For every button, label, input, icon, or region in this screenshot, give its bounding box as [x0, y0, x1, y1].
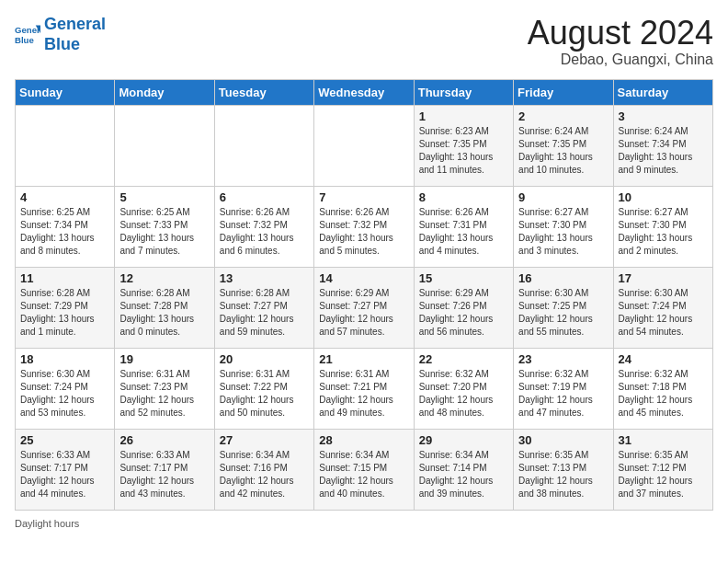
footer: Daylight hours — [15, 518, 713, 529]
day-number: 15 — [419, 271, 508, 285]
day-number: 19 — [119, 352, 209, 366]
calendar-cell: 22Sunrise: 6:32 AM Sunset: 7:20 PM Dayli… — [414, 348, 513, 429]
day-number: 17 — [619, 271, 708, 285]
calendar-cell: 19Sunrise: 6:31 AM Sunset: 7:23 PM Dayli… — [115, 348, 214, 429]
calendar-week-1: 1Sunrise: 6:23 AM Sunset: 7:35 PM Daylig… — [16, 105, 713, 186]
day-number: 30 — [518, 433, 608, 447]
day-info: Sunrise: 6:30 AM Sunset: 7:25 PM Dayligh… — [518, 287, 608, 339]
calendar-cell: 17Sunrise: 6:30 AM Sunset: 7:24 PM Dayli… — [613, 267, 712, 348]
calendar-cell: 23Sunrise: 6:32 AM Sunset: 7:19 PM Dayli… — [514, 348, 613, 429]
calendar-week-2: 4Sunrise: 6:25 AM Sunset: 7:34 PM Daylig… — [16, 186, 713, 267]
day-info: Sunrise: 6:31 AM Sunset: 7:23 PM Dayligh… — [119, 368, 209, 419]
day-info: Sunrise: 6:31 AM Sunset: 7:22 PM Dayligh… — [220, 368, 309, 419]
month-year: August 2024 — [528, 15, 713, 52]
day-info: Sunrise: 6:32 AM Sunset: 7:20 PM Dayligh… — [419, 368, 508, 419]
daylight-label: Daylight hours — [15, 518, 79, 529]
day-info: Sunrise: 6:32 AM Sunset: 7:19 PM Dayligh… — [518, 368, 608, 419]
svg-text:Blue: Blue — [15, 34, 34, 44]
calendar-week-5: 25Sunrise: 6:33 AM Sunset: 7:17 PM Dayli… — [16, 429, 713, 510]
calendar-cell: 1Sunrise: 6:23 AM Sunset: 7:35 PM Daylig… — [414, 105, 513, 186]
calendar-cell: 5Sunrise: 6:25 AM Sunset: 7:33 PM Daylig… — [115, 186, 214, 267]
day-number: 18 — [20, 352, 109, 366]
day-number: 22 — [419, 352, 508, 366]
calendar-cell: 24Sunrise: 6:32 AM Sunset: 7:18 PM Dayli… — [613, 348, 712, 429]
day-number: 10 — [619, 190, 708, 204]
day-number: 6 — [220, 190, 309, 204]
day-info: Sunrise: 6:33 AM Sunset: 7:17 PM Dayligh… — [119, 449, 209, 500]
calendar-cell: 28Sunrise: 6:34 AM Sunset: 7:15 PM Dayli… — [314, 429, 414, 510]
day-info: Sunrise: 6:28 AM Sunset: 7:27 PM Dayligh… — [220, 287, 309, 339]
calendar-cell: 8Sunrise: 6:26 AM Sunset: 7:31 PM Daylig… — [414, 186, 513, 267]
calendar-cell — [314, 105, 414, 186]
day-info: Sunrise: 6:35 AM Sunset: 7:12 PM Dayligh… — [619, 449, 708, 500]
day-info: Sunrise: 6:31 AM Sunset: 7:21 PM Dayligh… — [319, 368, 408, 419]
day-info: Sunrise: 6:26 AM Sunset: 7:32 PM Dayligh… — [220, 206, 309, 258]
day-number: 25 — [20, 433, 109, 447]
day-number: 12 — [119, 271, 209, 285]
calendar-cell: 7Sunrise: 6:26 AM Sunset: 7:32 PM Daylig… — [314, 186, 414, 267]
calendar-cell: 9Sunrise: 6:27 AM Sunset: 7:30 PM Daylig… — [514, 186, 613, 267]
calendar-cell: 31Sunrise: 6:35 AM Sunset: 7:12 PM Dayli… — [613, 429, 712, 510]
calendar-cell: 26Sunrise: 6:33 AM Sunset: 7:17 PM Dayli… — [115, 429, 214, 510]
calendar-cell: 25Sunrise: 6:33 AM Sunset: 7:17 PM Dayli… — [16, 429, 115, 510]
day-header-thursday: Thursday — [414, 79, 513, 105]
day-info: Sunrise: 6:34 AM Sunset: 7:14 PM Dayligh… — [419, 449, 508, 500]
location: Debao, Guangxi, China — [528, 52, 713, 68]
day-number: 13 — [220, 271, 309, 285]
day-info: Sunrise: 6:24 AM Sunset: 7:35 PM Dayligh… — [518, 125, 608, 177]
day-number: 16 — [518, 271, 608, 285]
calendar-cell: 3Sunrise: 6:24 AM Sunset: 7:34 PM Daylig… — [613, 105, 712, 186]
day-info: Sunrise: 6:26 AM Sunset: 7:31 PM Dayligh… — [419, 206, 508, 258]
logo: General Blue General Blue — [15, 15, 106, 54]
day-header-tuesday: Tuesday — [214, 79, 313, 105]
day-number: 7 — [319, 190, 408, 204]
day-info: Sunrise: 6:25 AM Sunset: 7:34 PM Dayligh… — [20, 206, 109, 258]
calendar-table: SundayMondayTuesdayWednesdayThursdayFrid… — [15, 79, 713, 511]
calendar-week-4: 18Sunrise: 6:30 AM Sunset: 7:24 PM Dayli… — [16, 348, 713, 429]
day-number: 23 — [518, 352, 608, 366]
day-number: 2 — [518, 109, 608, 123]
calendar-cell: 4Sunrise: 6:25 AM Sunset: 7:34 PM Daylig… — [16, 186, 115, 267]
calendar-cell: 2Sunrise: 6:24 AM Sunset: 7:35 PM Daylig… — [514, 105, 613, 186]
day-info: Sunrise: 6:32 AM Sunset: 7:18 PM Dayligh… — [619, 368, 708, 419]
calendar-cell: 16Sunrise: 6:30 AM Sunset: 7:25 PM Dayli… — [514, 267, 613, 348]
day-number: 4 — [20, 190, 109, 204]
day-number: 21 — [319, 352, 408, 366]
day-number: 20 — [220, 352, 309, 366]
day-number: 11 — [20, 271, 109, 285]
day-number: 28 — [319, 433, 408, 447]
day-header-wednesday: Wednesday — [314, 79, 414, 105]
day-number: 14 — [319, 271, 408, 285]
calendar-week-3: 11Sunrise: 6:28 AM Sunset: 7:29 PM Dayli… — [16, 267, 713, 348]
page-header: General Blue General Blue August 2024 De… — [15, 15, 713, 68]
calendar-cell: 13Sunrise: 6:28 AM Sunset: 7:27 PM Dayli… — [214, 267, 313, 348]
day-info: Sunrise: 6:34 AM Sunset: 7:15 PM Dayligh… — [319, 449, 408, 500]
day-info: Sunrise: 6:28 AM Sunset: 7:28 PM Dayligh… — [119, 287, 209, 339]
calendar-cell: 18Sunrise: 6:30 AM Sunset: 7:24 PM Dayli… — [16, 348, 115, 429]
calendar-cell — [115, 105, 214, 186]
calendar-cell: 20Sunrise: 6:31 AM Sunset: 7:22 PM Dayli… — [214, 348, 313, 429]
day-info: Sunrise: 6:27 AM Sunset: 7:30 PM Dayligh… — [619, 206, 708, 258]
logo-icon: General Blue — [15, 22, 40, 48]
day-info: Sunrise: 6:28 AM Sunset: 7:29 PM Dayligh… — [20, 287, 109, 339]
day-info: Sunrise: 6:24 AM Sunset: 7:34 PM Dayligh… — [619, 125, 708, 177]
calendar-cell: 6Sunrise: 6:26 AM Sunset: 7:32 PM Daylig… — [214, 186, 313, 267]
day-header-saturday: Saturday — [613, 79, 712, 105]
calendar-cell — [16, 105, 115, 186]
day-number: 8 — [419, 190, 508, 204]
calendar-cell: 11Sunrise: 6:28 AM Sunset: 7:29 PM Dayli… — [16, 267, 115, 348]
day-info: Sunrise: 6:26 AM Sunset: 7:32 PM Dayligh… — [319, 206, 408, 258]
calendar-cell — [214, 105, 313, 186]
day-info: Sunrise: 6:30 AM Sunset: 7:24 PM Dayligh… — [619, 287, 708, 339]
day-header-sunday: Sunday — [16, 79, 115, 105]
day-number: 5 — [119, 190, 209, 204]
day-info: Sunrise: 6:27 AM Sunset: 7:30 PM Dayligh… — [518, 206, 608, 258]
day-info: Sunrise: 6:34 AM Sunset: 7:16 PM Dayligh… — [220, 449, 309, 500]
calendar-cell: 12Sunrise: 6:28 AM Sunset: 7:28 PM Dayli… — [115, 267, 214, 348]
title-block: August 2024 Debao, Guangxi, China — [528, 15, 713, 68]
day-info: Sunrise: 6:29 AM Sunset: 7:27 PM Dayligh… — [319, 287, 408, 339]
day-number: 26 — [119, 433, 209, 447]
calendar-cell: 27Sunrise: 6:34 AM Sunset: 7:16 PM Dayli… — [214, 429, 313, 510]
day-number: 27 — [220, 433, 309, 447]
calendar-cell: 30Sunrise: 6:35 AM Sunset: 7:13 PM Dayli… — [514, 429, 613, 510]
